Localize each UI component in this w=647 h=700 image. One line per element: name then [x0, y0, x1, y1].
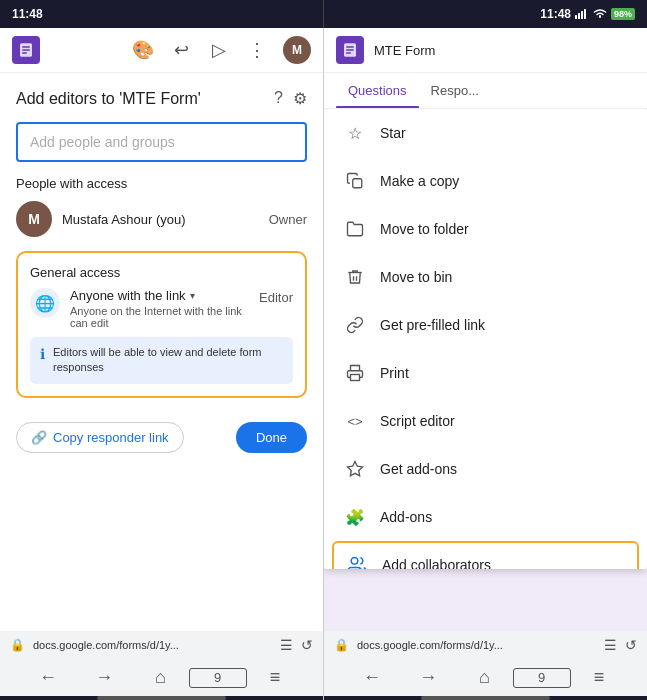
copy-link-button[interactable]: 🔗 Copy responder link [16, 422, 184, 453]
forward-button-right[interactable]: → [400, 667, 456, 688]
menu-item-addons[interactable]: 🧩 Add-ons [324, 493, 647, 541]
access-link[interactable]: Anyone with the link ▾ [70, 288, 249, 303]
svg-rect-3 [584, 9, 586, 19]
help-icon[interactable]: ? [274, 89, 283, 108]
menu-label-bin: Move to bin [380, 269, 452, 285]
forms-icon-right [341, 41, 359, 59]
lock-icon-left: 🔒 [10, 638, 25, 652]
bookmark-icon[interactable]: ☰ [280, 637, 293, 653]
menu-item-collaborators[interactable]: Add collaborators [332, 541, 639, 569]
svg-rect-7 [22, 52, 27, 54]
script-icon: <> [344, 410, 366, 432]
home-button-right[interactable]: ⌂ [456, 667, 512, 688]
address-bar-icons-right: ☰ ↺ [604, 637, 637, 653]
reload-icon[interactable]: ↺ [301, 637, 313, 653]
reload-icon-right[interactable]: ↺ [625, 637, 637, 653]
menu-label-prefill: Get pre-filled link [380, 317, 485, 333]
form-content: MTE Forn Form description Are you readin… [324, 109, 647, 631]
url-text-left: docs.google.com/forms/d/1y... [33, 639, 272, 651]
menu-label-folder: Move to folder [380, 221, 469, 237]
tabs-button-right[interactable]: 9 [513, 668, 571, 688]
app-icon-right [336, 36, 364, 64]
address-bar-icons-left: ☰ ↺ [280, 637, 313, 653]
svg-rect-5 [22, 46, 30, 48]
menu-label-script: Script editor [380, 413, 455, 429]
addons-icon: 🧩 [344, 506, 366, 528]
left-pane: 🎨 ↩ ▷ ⋮ M Add editors to 'MTE Form' ? ⚙ … [0, 28, 324, 700]
toolbar-right: MTE Form [324, 28, 647, 73]
access-row: 🌐 Anyone with the link ▾ Anyone on the I… [30, 288, 293, 329]
forward-button-left[interactable]: → [76, 667, 132, 688]
more-icon[interactable]: ⋮ [245, 38, 269, 62]
menu-item-bin[interactable]: Move to bin [324, 253, 647, 301]
tabs-button-left[interactable]: 9 [189, 668, 247, 688]
print-icon [344, 362, 366, 384]
toolbar-right-icons: 🎨 ↩ ▷ ⋮ M [131, 36, 311, 64]
menu-item-getaddons[interactable]: Get add-ons [324, 445, 647, 493]
link-icon: 🔗 [31, 430, 47, 445]
people-section-label: People with access [16, 176, 307, 191]
tab-responses[interactable]: Respo... [419, 73, 491, 108]
form-title-right: MTE Form [374, 43, 435, 58]
dropdown-menu: ☆ Star Make a copy [324, 109, 647, 569]
info-box: ℹ Editors will be able to view and delet… [30, 337, 293, 384]
menu-item-folder[interactable]: Move to folder [324, 205, 647, 253]
two-pane-layout: 🎨 ↩ ▷ ⋮ M Add editors to 'MTE Form' ? ⚙ … [0, 28, 647, 700]
back-button-left[interactable]: ← [20, 667, 76, 688]
collaborators-icon [346, 554, 368, 569]
undo-icon[interactable]: ↩ [169, 38, 193, 62]
person-name: Mustafa Ashour (you) [62, 212, 186, 227]
address-bar-right: 🔒 docs.google.com/forms/d/1y... ☰ ↺ [324, 631, 647, 659]
people-row: M Mustafa Ashour (you) Owner [16, 201, 307, 237]
avatar[interactable]: M [283, 36, 311, 64]
forms-icon [17, 41, 35, 59]
tab-questions[interactable]: Questions [336, 73, 419, 108]
menu-item-copy[interactable]: Make a copy [324, 157, 647, 205]
search-input-wrapper[interactable]: Add people and groups [16, 122, 307, 162]
general-access-box: General access 🌐 Anyone with the link ▾ … [16, 251, 307, 398]
svg-rect-1 [578, 13, 580, 19]
nav-bar-left: ← → ⌂ 9 ≡ [0, 659, 323, 696]
toolbar-left: 🎨 ↩ ▷ ⋮ M [0, 28, 323, 73]
time-left: 11:48 [12, 7, 43, 21]
share-bottom: 🔗 Copy responder link Done [16, 412, 307, 453]
lock-icon-right: 🔒 [334, 638, 349, 652]
menu-button-left[interactable]: ≡ [247, 667, 303, 688]
menu-label-addons: Add-ons [380, 509, 432, 525]
share-title-icons: ? ⚙ [274, 89, 307, 108]
search-input: Add people and groups [30, 134, 175, 150]
nav-bar-right: ← → ⌂ 9 ≡ [324, 659, 647, 696]
send-icon[interactable]: ▷ [207, 38, 231, 62]
home-indicator-right [324, 696, 647, 700]
done-button[interactable]: Done [236, 422, 307, 453]
home-button-left[interactable]: ⌂ [132, 667, 188, 688]
info-text: Editors will be able to view and delete … [53, 345, 283, 376]
palette-icon[interactable]: 🎨 [131, 38, 155, 62]
menu-item-prefill[interactable]: Get pre-filled link [324, 301, 647, 349]
bookmark-icon-right[interactable]: ☰ [604, 637, 617, 653]
settings-icon[interactable]: ⚙ [293, 89, 307, 108]
menu-item-print[interactable]: Print [324, 349, 647, 397]
svg-rect-11 [346, 52, 351, 54]
menu-button-right[interactable]: ≡ [571, 667, 627, 688]
general-access-title: General access [30, 265, 293, 280]
svg-rect-2 [581, 11, 583, 19]
copy-link-label: Copy responder link [53, 430, 169, 445]
menu-item-star[interactable]: ☆ Star [324, 109, 647, 157]
share-title: Add editors to 'MTE Form' ? ⚙ [16, 89, 307, 108]
info-icon: ℹ [40, 346, 45, 362]
svg-rect-12 [353, 179, 362, 188]
access-editor: Editor [259, 288, 293, 305]
battery-badge: 98% [611, 8, 635, 20]
menu-item-script[interactable]: <> Script editor [324, 397, 647, 445]
link-icon [344, 314, 366, 336]
dropdown-overlay: ☆ Star Make a copy [324, 109, 647, 569]
time-right: 11:48 [540, 7, 571, 21]
getaddons-icon [344, 458, 366, 480]
person-role: Owner [269, 212, 307, 227]
star-icon: ☆ [344, 122, 366, 144]
svg-point-14 [351, 558, 358, 565]
access-desc: Anyone on the Internet with the link can… [70, 305, 249, 329]
back-button-right[interactable]: ← [344, 667, 400, 688]
menu-label-print: Print [380, 365, 409, 381]
